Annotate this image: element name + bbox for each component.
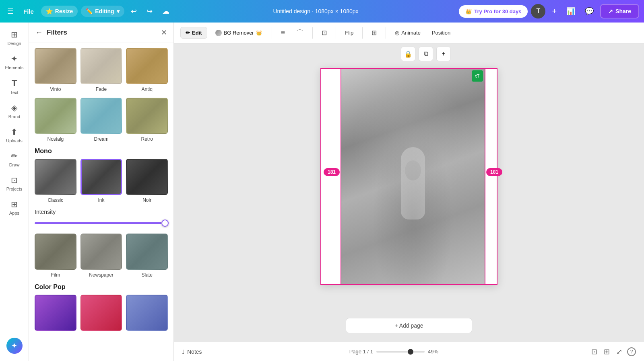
- crop-button[interactable]: ⊡: [318, 27, 331, 39]
- marker-right: 181: [486, 168, 502, 176]
- filter-item-ink[interactable]: Ink: [80, 159, 122, 203]
- expand-icon[interactable]: ⤢: [615, 346, 624, 358]
- sidebar-item-design[interactable]: ⊞ Design: [2, 27, 27, 49]
- file-button[interactable]: File: [19, 6, 38, 17]
- desktop-icon[interactable]: ⊡: [590, 346, 599, 358]
- zoom-thumb: [408, 349, 413, 355]
- lock-button[interactable]: 🔒: [401, 47, 415, 61]
- filter-item-noir[interactable]: Noir: [126, 159, 168, 203]
- help-icon[interactable]: ?: [627, 347, 636, 356]
- design-canvas: tT 181 181: [320, 68, 497, 285]
- grid-button[interactable]: ⊞: [367, 27, 381, 39]
- filters-scroll[interactable]: Vinto Fade Antiq Nostalg: [29, 43, 173, 361]
- document-title: Untitled design · 1080px × 1080px: [176, 8, 456, 14]
- zoom-slider[interactable]: [376, 351, 425, 353]
- sidebar-item-text[interactable]: T Text: [2, 75, 27, 98]
- magic-button[interactable]: ✦: [6, 338, 23, 354]
- divider-2: [312, 27, 313, 39]
- bottom-right: ⊡ ⊞ ⤢ ?: [590, 346, 636, 358]
- lines-button[interactable]: ≡: [277, 26, 289, 39]
- zoom-percent: 49%: [428, 349, 442, 355]
- canvas-area: ✏ Edit BG Remover 👑 ≡ ⌒ ⊡ Flip: [174, 23, 644, 361]
- filter-item-fade[interactable]: Fade: [80, 48, 122, 92]
- undo-button[interactable]: ↩: [128, 4, 140, 18]
- filter-label-noir: Noir: [142, 197, 151, 203]
- pro-crown-icon: 👑: [465, 8, 472, 14]
- resize-button[interactable]: ⭐ Resize: [41, 6, 78, 17]
- sidebar-item-uploads[interactable]: ⬆ Uploads: [2, 124, 27, 146]
- divider-5: [386, 27, 386, 39]
- filter-thumb-nostalg: [35, 98, 76, 134]
- filter-thumb-ink: [80, 159, 122, 195]
- filter-item-retro[interactable]: Retro: [126, 98, 168, 142]
- filter-item-cp3[interactable]: [126, 295, 168, 331]
- back-button[interactable]: ←: [35, 29, 43, 37]
- add-collaborator-button[interactable]: +: [549, 4, 560, 18]
- color-pop-title: Color Pop: [35, 283, 168, 291]
- filter-item-nostalg[interactable]: Nostalg: [35, 98, 76, 142]
- filter-thumb-cp3: [126, 295, 168, 331]
- close-button[interactable]: ✕: [161, 28, 167, 37]
- notes-button[interactable]: ♩ Notes: [182, 349, 202, 355]
- image-container[interactable]: tT 181 181: [341, 68, 485, 285]
- menu-icon[interactable]: ☰: [5, 4, 16, 18]
- filter-thumb-retro: [126, 98, 168, 134]
- filter-label-film: Film: [51, 272, 60, 278]
- pro-button[interactable]: 👑 Try Pro for 30 days: [459, 5, 528, 18]
- redo-button[interactable]: ↪: [143, 4, 156, 18]
- intensity-label: Intensity: [35, 209, 168, 215]
- elements-icon: ✦: [11, 54, 18, 64]
- mono-section-title: Mono: [35, 148, 168, 155]
- projects-icon: ⊡: [11, 175, 18, 185]
- cloud-icon[interactable]: ☁: [159, 4, 173, 18]
- figure-head: [405, 160, 421, 180]
- sidebar: ⊞ Design ✦ Elements T Text ◈ Brand ⬆ Upl…: [0, 23, 29, 361]
- filter-item-cp1[interactable]: [35, 295, 76, 331]
- position-button[interactable]: Position: [428, 27, 454, 38]
- filter-item-film[interactable]: Film: [35, 234, 76, 278]
- sidebar-item-apps[interactable]: ⊞ Apps: [2, 196, 27, 219]
- filter-thumb-fade: [80, 48, 122, 84]
- filter-item-vinto[interactable]: Vinto: [35, 48, 76, 92]
- filter-grid-colorpop: [35, 295, 168, 331]
- sidebar-item-draw[interactable]: ✏ Draw: [2, 148, 27, 170]
- position-label: Position: [432, 30, 450, 36]
- flip-button[interactable]: Flip: [341, 27, 357, 38]
- editing-label: Editing: [95, 8, 114, 14]
- avatar[interactable]: T: [531, 4, 545, 18]
- filter-thumb-dream: [80, 98, 122, 134]
- grid-view-icon[interactable]: ⊞: [602, 346, 611, 358]
- filters-header: ← Filters ✕: [29, 23, 173, 43]
- filter-item-dream[interactable]: Dream: [80, 98, 122, 142]
- filter-item-newspaper[interactable]: Newspaper: [80, 234, 122, 278]
- share-button[interactable]: ↗ Share: [600, 4, 639, 18]
- filter-item-cp2[interactable]: [80, 295, 122, 331]
- intensity-slider-thumb[interactable]: [161, 219, 169, 227]
- pencil-icon: ✏️: [86, 8, 93, 14]
- add-page-button[interactable]: + Add page: [346, 318, 472, 333]
- sidebar-item-elements[interactable]: ✦ Elements: [2, 51, 27, 73]
- sidebar-item-label: Draw: [9, 162, 20, 167]
- bg-remover-button[interactable]: BG Remover 👑: [211, 27, 267, 39]
- sidebar-item-brand[interactable]: ◈ Brand: [2, 100, 27, 122]
- duplicate-button[interactable]: ⧉: [419, 47, 433, 61]
- comment-icon[interactable]: 💬: [582, 4, 597, 18]
- filter-label-classic: Classic: [47, 197, 63, 203]
- add-button[interactable]: +: [436, 47, 451, 61]
- filter-item-antiq[interactable]: Antiq: [126, 48, 168, 92]
- curve-icon: ⌒: [296, 28, 303, 38]
- editing-button[interactable]: ✏️ Editing ▾: [81, 6, 124, 17]
- intensity-slider-track[interactable]: [35, 219, 168, 227]
- curve-button[interactable]: ⌒: [292, 26, 308, 40]
- animate-button[interactable]: ◎ Animate: [391, 27, 425, 38]
- zoom-slider-container: [376, 351, 425, 353]
- edit-button[interactable]: ✏ Edit: [180, 27, 207, 39]
- filters-header-left: ← Filters: [35, 29, 67, 37]
- filter-item-classic[interactable]: Classic: [35, 159, 76, 203]
- analytics-icon[interactable]: 📊: [563, 4, 578, 18]
- filter-thumb-cp1: [35, 295, 76, 331]
- sidebar-item-projects[interactable]: ⊡ Projects: [2, 172, 27, 195]
- filter-item-slate[interactable]: Slate: [126, 234, 168, 278]
- filter-thumb-cp2: [80, 295, 122, 331]
- crown-icon: ⭐: [46, 8, 53, 14]
